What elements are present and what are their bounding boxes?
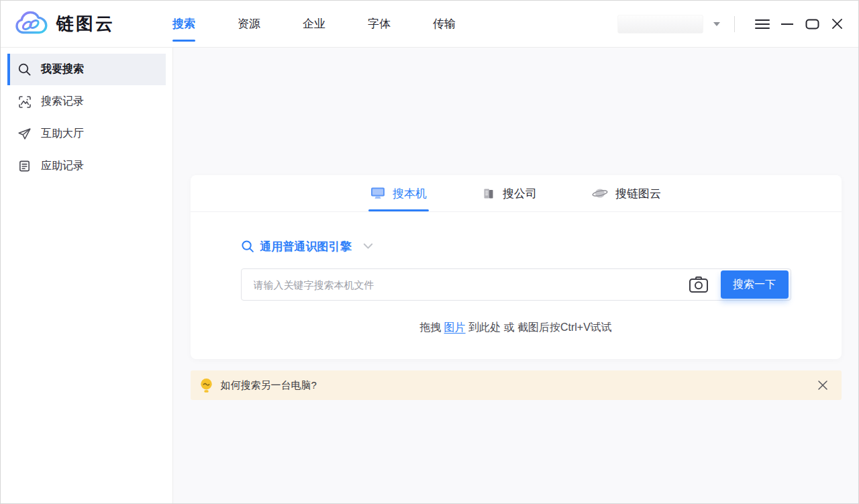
sidebar-item-label: 应助记录 (41, 159, 84, 173)
sidebar-item-label: 搜索记录 (41, 95, 84, 109)
maximize-icon[interactable] (804, 16, 820, 32)
nav-tab-label: 字体 (368, 16, 391, 32)
caret-down-icon[interactable] (713, 21, 721, 27)
main-content: 搜本机 搜公司 (173, 48, 858, 503)
search-icon (17, 62, 32, 77)
titlebar-divider (734, 16, 735, 32)
document-icon (17, 160, 32, 172)
engine-selector[interactable]: 通用普通识图引擎 (241, 238, 791, 255)
notice-link[interactable]: 如何搜索另一台电脑? (221, 379, 317, 392)
sidebar: 我要搜索 搜索记录 互助大厅 (1, 48, 173, 503)
cloud-logo-icon (15, 11, 48, 38)
paper-plane-icon (17, 127, 32, 141)
company-buildings-icon (482, 187, 495, 200)
nav-tab-label: 企业 (303, 16, 325, 32)
tab-label: 搜公司 (503, 186, 537, 201)
titlebar: 链图云 搜索 资源 企业 字体 传输 (1, 1, 858, 48)
nav-tab-resources[interactable]: 资源 (238, 1, 260, 48)
search-card: 搜本机 搜公司 (191, 175, 842, 359)
app-title: 链图云 (56, 12, 115, 36)
tab-label: 搜本机 (393, 186, 427, 201)
nav-tab-search[interactable]: 搜索 (172, 1, 195, 48)
search-scope-tabs: 搜本机 搜公司 (191, 175, 842, 212)
titlebar-right-controls (617, 15, 845, 34)
chevron-down-icon (363, 243, 373, 250)
sidebar-item-assist-records[interactable]: 应助记录 (7, 150, 166, 182)
app-window: 链图云 搜索 资源 企业 字体 传输 (0, 0, 859, 504)
monitor-icon (370, 187, 385, 200)
nav-tab-fonts[interactable]: 字体 (368, 1, 391, 48)
menu-hamburger-icon[interactable] (754, 16, 770, 32)
notice-bar: 如何搜索另一台电脑? (191, 370, 842, 400)
sidebar-item-label: 我要搜索 (41, 62, 84, 77)
nav-tab-label: 传输 (433, 16, 456, 32)
notice-close-icon[interactable] (817, 380, 828, 391)
hint-suffix: 到此处 或 截图后按Ctrl+V试试 (466, 321, 612, 333)
engine-selector-label: 通用普通识图引擎 (260, 239, 352, 254)
image-search-history-icon (17, 95, 32, 109)
hint-prefix: 拖拽 (419, 321, 444, 333)
minimize-icon[interactable] (779, 16, 795, 32)
active-nav-underline (172, 40, 195, 42)
sidebar-item-search-history[interactable]: 搜索记录 (7, 86, 166, 117)
nav-tab-transfer[interactable]: 传输 (433, 1, 456, 48)
camera-icon[interactable] (689, 276, 709, 294)
tab-search-liantuyun[interactable]: 搜链图云 (592, 175, 661, 211)
app-logo: 链图云 (15, 11, 115, 38)
active-tab-underline (368, 209, 429, 211)
close-icon[interactable] (829, 16, 845, 32)
nav-tab-label: 搜索 (172, 16, 195, 32)
lightbulb-icon (199, 378, 213, 393)
nav-tab-enterprise[interactable]: 企业 (303, 1, 325, 48)
search-card-body: 通用普通识图引擎 (191, 212, 842, 359)
nav-tab-label: 资源 (238, 16, 260, 32)
sidebar-item-label: 互助大厅 (41, 127, 84, 141)
tab-search-local[interactable]: 搜本机 (370, 175, 427, 211)
sidebar-item-mutual-aid-hall[interactable]: 互助大厅 (7, 118, 166, 150)
search-engine-icon (241, 240, 254, 253)
sidebar-item-search[interactable]: 我要搜索 (7, 54, 166, 85)
image-link[interactable]: 图片 (444, 321, 466, 333)
main-nav: 搜索 资源 企业 字体 传输 (172, 1, 456, 48)
planet-icon (592, 187, 608, 200)
tab-search-company[interactable]: 搜公司 (482, 175, 537, 211)
tab-label: 搜链图云 (615, 186, 661, 201)
search-input[interactable] (242, 269, 666, 300)
drag-drop-hint: 拖拽 图片 到此处 或 截图后按Ctrl+V试试 (241, 321, 791, 335)
search-bar: 搜索一下 (241, 268, 791, 301)
search-button[interactable]: 搜索一下 (721, 270, 789, 299)
user-account-area[interactable] (617, 15, 703, 34)
